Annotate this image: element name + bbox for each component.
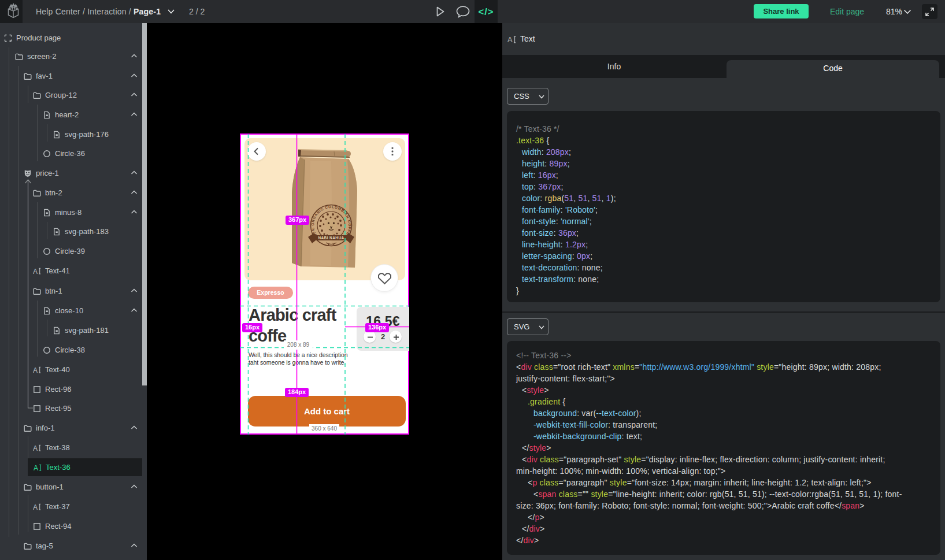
svg-text:A: A — [507, 35, 513, 44]
svg-text:A: A — [34, 463, 38, 472]
svg-text:A: A — [33, 503, 38, 511]
svg-text:A: A — [33, 444, 38, 452]
svg-text:A: A — [33, 267, 38, 275]
svg-text:A: A — [33, 366, 38, 374]
